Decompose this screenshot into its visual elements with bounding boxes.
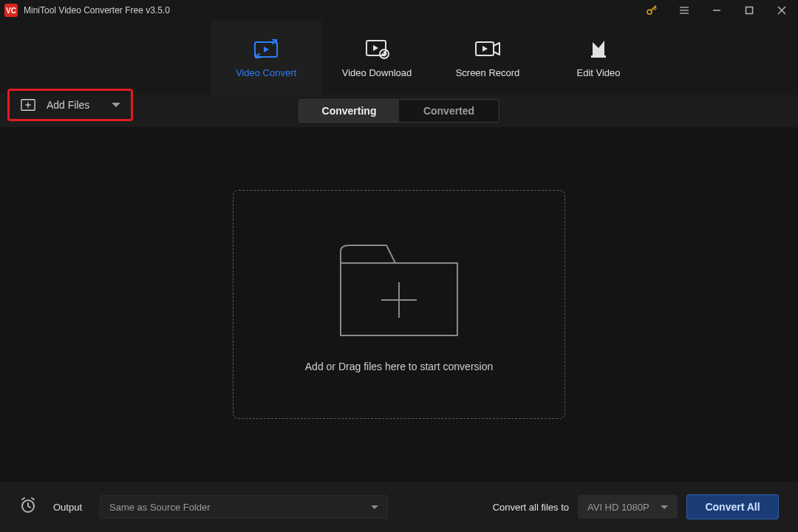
maximize-button[interactable] — [733, 0, 765, 21]
output-format-value: AVI HD 1080P — [587, 502, 649, 513]
main-area: Add or Drag files here to start conversi… — [0, 127, 798, 482]
chevron-down-icon — [112, 103, 120, 107]
tab-label: Video Convert — [236, 67, 296, 78]
schedule-icon[interactable] — [19, 497, 37, 517]
status-tabs: Converting Converted — [299, 99, 499, 123]
folder-plus-icon — [336, 236, 462, 340]
tab-video-download[interactable]: Video Download — [321, 21, 432, 95]
minimize-button[interactable] — [700, 0, 733, 21]
add-files-label: Add Files — [47, 99, 89, 111]
svg-rect-5 — [746, 7, 753, 14]
svg-rect-15 — [591, 55, 606, 58]
app-logo: VC — [4, 4, 18, 17]
chevron-down-icon — [661, 505, 668, 509]
bottom-bar: Output Same as Source Folder Convert all… — [0, 482, 798, 532]
tab-label: Video Download — [342, 67, 412, 78]
app-title: MiniTool Video Converter Free v3.5.0 — [24, 5, 170, 16]
svg-marker-9 — [264, 47, 269, 52]
output-format-select[interactable]: AVI HD 1080P — [578, 495, 678, 519]
tab-converting[interactable]: Converting — [299, 100, 399, 122]
tab-screen-record[interactable]: Screen Record — [432, 21, 543, 95]
tab-converted[interactable]: Converted — [399, 100, 499, 122]
convert-all-files-label: Convert all files to — [493, 502, 569, 513]
output-folder-value: Same as Source Folder — [109, 502, 211, 513]
tab-label: Screen Record — [456, 67, 520, 78]
add-file-icon — [20, 98, 36, 112]
title-bar: VC MiniTool Video Converter Free v3.5.0 — [0, 0, 798, 21]
tab-video-convert[interactable]: Video Convert — [211, 21, 321, 95]
convert-all-button[interactable]: Convert All — [686, 494, 779, 519]
chevron-down-icon — [371, 505, 378, 509]
close-button[interactable] — [765, 0, 798, 21]
output-label: Output — [53, 502, 82, 513]
output-folder-select[interactable]: Same as Source Folder — [100, 495, 388, 519]
dropzone-text: Add or Drag files here to start conversi… — [305, 361, 493, 372]
svg-marker-14 — [482, 46, 488, 52]
tab-edit-video[interactable]: Edit Video — [543, 21, 654, 95]
window-controls — [635, 0, 798, 21]
header-tabs: Video Convert Video Download Screen Reco… — [0, 21, 798, 95]
key-icon[interactable] — [635, 0, 668, 21]
hamburger-menu-icon[interactable] — [668, 0, 700, 21]
svg-marker-11 — [373, 45, 378, 51]
tab-label: Edit Video — [576, 67, 620, 78]
add-files-button[interactable]: Add Files — [7, 89, 133, 121]
toolbar: Add Files Converting Converted — [0, 95, 798, 127]
dropzone[interactable]: Add or Drag files here to start conversi… — [233, 190, 565, 419]
